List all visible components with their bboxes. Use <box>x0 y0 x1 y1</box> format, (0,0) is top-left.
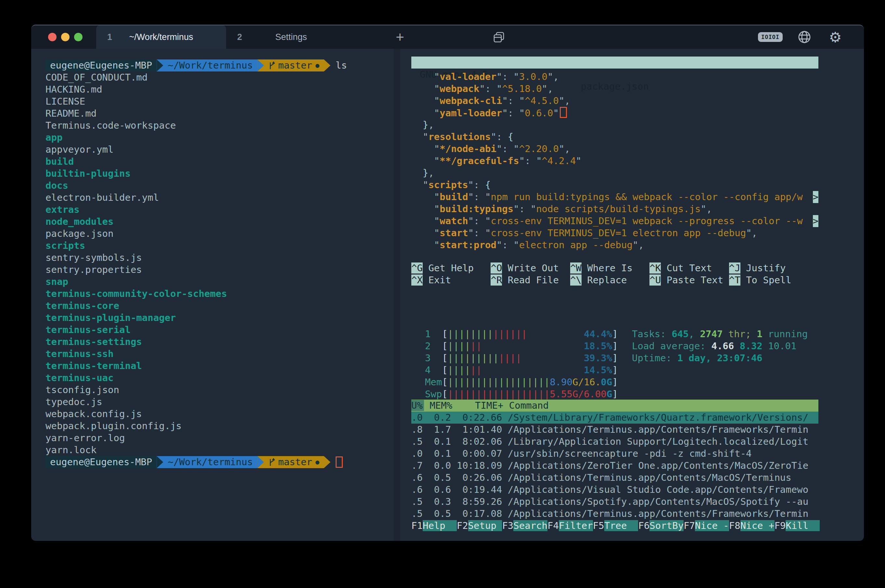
new-tab-button[interactable]: + <box>387 26 413 49</box>
settings-button[interactable]: ⚙ <box>820 26 850 49</box>
tab-settings[interactable]: 2Settings <box>226 26 356 49</box>
fkey-number: F8 <box>729 520 740 531</box>
web-button[interactable] <box>791 26 818 49</box>
prompt-git: master● <box>264 456 324 468</box>
text-segment-val: 44.4% <box>584 328 612 339</box>
text-segment-red: 5.55G/6.00 <box>550 388 607 400</box>
text-segment-p: " <box>411 108 440 118</box>
text-segment-v: npm run build:typings && webpack --color… <box>490 191 802 202</box>
directory-item: node_modules <box>45 216 114 228</box>
nano-shortcut-row: ^G Get Help ^O Write Out ^W Where Is ^K … <box>411 262 818 274</box>
text-segment-blu: 8.90 <box>550 376 573 387</box>
text-segment-p: ": " <box>468 191 491 202</box>
file-item: typedoc.js <box>45 396 102 408</box>
fkey-number: F6 <box>638 520 650 531</box>
text-segment-m: > <box>813 215 818 227</box>
tab-number: 1 <box>107 32 112 42</box>
text-segment-k: webpack <box>440 83 479 94</box>
text-segment-t: running <box>762 328 808 339</box>
file-item: tsconfig.json <box>45 384 119 396</box>
text-segment-lab: Mem <box>425 376 442 387</box>
overlapping-windows-icon <box>492 30 506 44</box>
text-segment-k: webpack-cli <box>440 95 502 106</box>
text-segment-v: ^4.2.4 <box>542 155 576 166</box>
tab--work-terminus[interactable]: 1~/Work/terminus <box>96 26 226 49</box>
zoom-button[interactable] <box>74 33 82 41</box>
powerline-arrow-icon <box>257 456 264 468</box>
nano-shortcut-label: Replace <box>582 274 650 285</box>
text-segment-p: , <box>428 167 434 178</box>
nano-shortcut-key: ^J <box>729 262 740 273</box>
text-segment-p: ", <box>559 95 570 106</box>
text-segment-b: } <box>411 119 428 130</box>
close-button[interactable] <box>48 33 57 41</box>
text-segment-r: |||| <box>499 352 522 363</box>
text-segment-v: electron app --debug <box>519 239 633 250</box>
nano-line: "watch": "cross-env TERMINUS_DEV=1 webpa… <box>411 215 818 227</box>
serial-button[interactable]: IOIOI <box>756 26 785 49</box>
fkey-label: Help <box>423 520 457 531</box>
text-segment-r: || <box>471 364 482 375</box>
text-segment-p: ": " <box>502 108 525 118</box>
text-segment-p: " <box>411 227 440 238</box>
text-segment-p: ", <box>633 239 644 250</box>
file-item: sentry-symbols.js <box>45 252 142 264</box>
text-segment-p: " <box>411 191 440 202</box>
process-row: .0 0.1 0:00.07 /usr/sbin/screencapture -… <box>411 448 818 460</box>
text-segment-v: ^4.5.0 <box>525 95 559 106</box>
text-segment-p: ", <box>548 71 559 82</box>
fkey-number: F9 <box>774 520 786 531</box>
prompt-user: eugene@Eugenes-MBP <box>45 456 157 468</box>
file-item: package.json <box>45 228 114 240</box>
text-segment-k: yaml-loader <box>440 108 502 118</box>
git-dirty-dot: ● <box>315 60 320 72</box>
gear-icon: ⚙ <box>829 29 842 45</box>
text-segment-p: " <box>411 95 440 106</box>
fkey-number: F3 <box>502 520 513 531</box>
directory-item: terminus-uac <box>45 372 114 384</box>
table-columns: MEM% TIME+ Command <box>424 400 549 411</box>
terminus-window: 1~/Work/terminus2Settings + IOIOI ⚙ <box>31 25 864 541</box>
text-segment-k: build <box>440 191 468 202</box>
text-segment-br: [ <box>442 376 447 387</box>
git-dirty-dot: ● <box>315 456 320 468</box>
text-segment-p: " <box>411 131 428 142</box>
text-segment-p: ", <box>700 203 712 214</box>
text-segment-k: start:prod <box>440 239 496 250</box>
text-segment-p: ", <box>746 227 758 238</box>
pane-divider[interactable] <box>394 49 400 541</box>
text-segment-p: " <box>411 71 440 82</box>
text-segment-yel: G/16. <box>573 376 601 387</box>
text-segment-tb2: 8.32 <box>740 340 768 351</box>
minimize-button[interactable] <box>61 33 69 41</box>
prompt-user: eugene@Eugenes-MBP <box>45 60 157 72</box>
tab-list: 1~/Work/terminus2Settings <box>96 26 356 49</box>
process-row: .6 0.6 0:19.44 /Applications/Visual Stud… <box>411 484 818 496</box>
text-segment-p: ": " <box>519 155 542 166</box>
text-segment-v: 3.0.0 <box>519 71 548 82</box>
fkey-number: F5 <box>593 520 604 531</box>
text-segment-val: 39.3% <box>584 352 612 363</box>
file-item: yarn-error.log <box>45 432 125 444</box>
sort-column-header[interactable]: U% <box>411 400 424 411</box>
fkey-label: Tree <box>604 520 638 531</box>
text-segment-gb: 1 <box>757 328 762 339</box>
process-row: .7 0.0 10:18.09 /Applications/ZeroTier O… <box>411 460 818 472</box>
text-segment-p: " <box>411 203 440 214</box>
text-segment-r: || <box>471 340 482 351</box>
shell-prompt: eugene@Eugenes-MBP~/Work/terminusmaster● <box>45 456 343 468</box>
text-segment-p: ": " <box>496 71 519 82</box>
text-segment-b: { <box>508 131 513 142</box>
process-row: .5 0.1 8:02.06 /Library/Application Supp… <box>411 436 818 448</box>
nano-line: "webpack": "^5.18.0", <box>411 83 818 95</box>
text-segment-p: ": <box>490 131 507 142</box>
tasks-summary: Tasks: 645, 2747 thr; 1 running <box>632 328 808 340</box>
file-item: sentry.properties <box>45 264 142 276</box>
new-window-button[interactable] <box>486 26 512 49</box>
file-item: appveyor.yml <box>45 144 114 156</box>
text-segment-val: 14.5% <box>584 364 612 375</box>
text-segment-t: , <box>689 328 700 339</box>
nano-shortcut-key: ^U <box>650 274 661 285</box>
nano-shortcut-label: Read File <box>502 274 570 285</box>
text-segment-lab: 3 <box>425 352 442 363</box>
